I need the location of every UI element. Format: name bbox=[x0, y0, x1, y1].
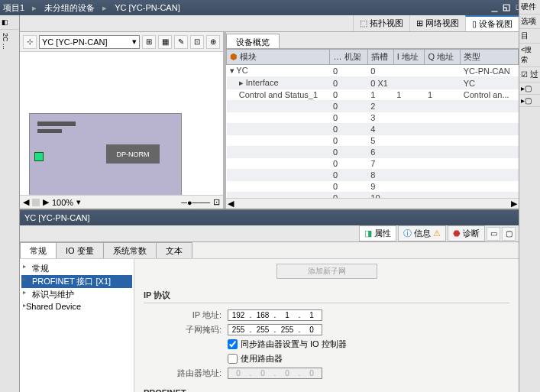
diag-icon: ⬣ bbox=[453, 228, 461, 238]
tab-diagnostics[interactable]: ⬣诊断 bbox=[448, 225, 485, 241]
add-subnet-button[interactable]: 添加新子网 bbox=[276, 264, 377, 279]
breadcrumb-device[interactable]: YC [YC-PN-CAN] bbox=[115, 3, 180, 12]
rail-search[interactable]: <搜索 bbox=[519, 44, 540, 67]
device-overview-grid[interactable]: ⬢ 模块 … 机架 插槽 I 地址 Q 地址 类型 ▾ YC00YC-PN-CA… bbox=[226, 49, 519, 198]
tree-general[interactable]: 常规 bbox=[21, 262, 132, 275]
mask-input[interactable]: 255.255.255.0 bbox=[228, 324, 322, 335]
grid-hscroll[interactable]: ◀▶ bbox=[226, 198, 519, 209]
zoom-slider[interactable]: ─●─── bbox=[181, 198, 210, 207]
tool-icon[interactable]: ▦ bbox=[158, 35, 172, 49]
tab-topology[interactable]: ⬚拓扑视图 bbox=[353, 15, 409, 31]
table-row[interactable]: Control and Status_10111Control an... bbox=[227, 89, 519, 101]
warn-icon: ⚠ bbox=[433, 228, 441, 238]
tree-ident[interactable]: 标识与维护 bbox=[21, 288, 132, 301]
zoom-value[interactable]: 100% bbox=[52, 198, 73, 207]
resize-icon[interactable]: ⊡ bbox=[213, 197, 220, 207]
rail-opt[interactable]: 选项 bbox=[519, 15, 540, 29]
table-row[interactable]: 03 bbox=[227, 112, 519, 124]
rail-label[interactable]: 2C ... bbox=[0, 30, 11, 53]
sync-router-checkbox[interactable] bbox=[228, 339, 238, 349]
tab-device-overview[interactable]: 设备概览 bbox=[226, 34, 280, 48]
tab-general[interactable]: 常规 bbox=[20, 242, 57, 258]
tab-text[interactable]: 文本 bbox=[156, 242, 192, 258]
zoom-in-icon[interactable]: ⊕ bbox=[206, 35, 220, 49]
rail-hw[interactable]: 硬件 bbox=[519, 0, 540, 15]
ip-label: IP 地址: bbox=[144, 309, 228, 321]
device-toolbar: ⊹ YC [YC-PN-CAN]▾ ⊞ ▦ ✎ ⊡ ⊕ bbox=[20, 32, 223, 52]
tool-icon[interactable]: ⊞ bbox=[142, 35, 156, 49]
property-tree[interactable]: 常规 PROFINET 接口 [X1] 标识与维护 Shared Device bbox=[20, 259, 134, 392]
breadcrumb-project[interactable]: 项目1 bbox=[3, 2, 24, 14]
tool-icon[interactable]: ⊡ bbox=[190, 35, 204, 49]
router-addr-label: 路由器地址: bbox=[144, 368, 228, 379]
col-type[interactable]: 类型 bbox=[461, 50, 519, 65]
rail-tree-icon[interactable]: ▸▢ bbox=[519, 95, 540, 107]
tab-network[interactable]: ⊞网络视图 bbox=[409, 15, 465, 31]
use-router-checkbox[interactable] bbox=[228, 354, 238, 364]
chevron-down-icon: ▾ bbox=[132, 37, 137, 47]
tree-shared-device[interactable]: Shared Device bbox=[21, 301, 132, 312]
section-ip: IP 协议 bbox=[144, 290, 509, 303]
chevron-down-icon[interactable]: ▾ bbox=[76, 197, 81, 207]
expand-icon[interactable]: ▢ bbox=[502, 227, 516, 241]
breadcrumb: 项目1 ▸ 未分组的设备 ▸ YC [YC-PN-CAN] bbox=[3, 2, 180, 14]
property-form: 添加新子网 IP 协议 IP 地址: 192.168.1.1 子网掩码: 255… bbox=[134, 259, 519, 392]
topology-icon: ⬚ bbox=[360, 18, 367, 28]
port-icon[interactable] bbox=[34, 152, 44, 161]
rail-cat[interactable]: 目 bbox=[519, 29, 540, 44]
scroll-left-icon[interactable]: ◀ bbox=[23, 197, 29, 207]
tree-profinet-interface[interactable]: PROFINET 接口 [X1] bbox=[21, 275, 132, 288]
tool-icon[interactable]: ⊹ bbox=[23, 35, 37, 49]
col-rack[interactable]: … 机架 bbox=[330, 50, 367, 65]
table-row[interactable]: 04 bbox=[227, 124, 519, 135]
hscroll-thumb[interactable] bbox=[32, 199, 40, 206]
table-row[interactable]: 02 bbox=[227, 101, 519, 112]
scroll-right-icon[interactable]: ▶ bbox=[43, 197, 49, 207]
rail-tree-icon[interactable]: ▸▢ bbox=[519, 83, 540, 95]
table-row[interactable]: 08 bbox=[227, 170, 519, 181]
tab-info[interactable]: ⓘ信息 ⚠ bbox=[398, 225, 446, 241]
rail-icon[interactable]: ◧ bbox=[0, 15, 19, 30]
restore-icon[interactable]: ◱ bbox=[500, 2, 513, 14]
minimize-icon[interactable]: ＿ bbox=[488, 2, 500, 14]
inspector-tabbar: ◨属性 ⓘ信息 ⚠ ⬣诊断 ▭ ▢ bbox=[20, 225, 519, 242]
property-tabs: 常规 IO 变量 系统常数 文本 bbox=[20, 242, 519, 259]
table-row[interactable]: ▸ Interface00 X1YC bbox=[227, 77, 519, 89]
left-rail[interactable]: ◧ 2C ... bbox=[0, 15, 20, 392]
tab-iovar[interactable]: IO 变量 bbox=[56, 242, 104, 258]
col-qaddr[interactable]: Q 地址 bbox=[425, 50, 461, 65]
table-row[interactable]: 07 bbox=[227, 158, 519, 170]
tool-icon[interactable]: ✎ bbox=[174, 35, 188, 49]
device-icon: ▯ bbox=[472, 19, 477, 29]
table-row[interactable]: 05 bbox=[227, 135, 519, 147]
dp-norm-label: DP-NORM bbox=[106, 144, 160, 164]
inspector-title: YC [YC-PN-CAN] bbox=[20, 210, 519, 225]
ip-input[interactable]: 192.168.1.1 bbox=[228, 309, 322, 321]
col-module: ⬢ 模块 bbox=[227, 50, 330, 65]
table-row[interactable]: 010 bbox=[227, 193, 519, 199]
section-profinet: PROFINET bbox=[144, 388, 509, 392]
table-row[interactable]: 09 bbox=[227, 181, 519, 193]
rail-filter[interactable]: ☑ 过 bbox=[519, 67, 540, 83]
collapse-icon[interactable]: ▭ bbox=[487, 227, 500, 241]
module-label-bar bbox=[37, 121, 76, 126]
tab-sysconst[interactable]: 系统常数 bbox=[103, 242, 157, 258]
col-slot[interactable]: 插槽 bbox=[367, 50, 393, 65]
view-tabs: ⬚拓扑视图 ⊞网络视图 ▯设备视图 bbox=[20, 15, 519, 32]
table-row[interactable]: 06 bbox=[227, 147, 519, 158]
breadcrumb-group[interactable]: 未分组的设备 bbox=[44, 2, 95, 14]
right-rail: 硬件 选项 目 <搜索 ☑ 过 ▸▢ ▸▢ bbox=[519, 0, 540, 392]
tab-device[interactable]: ▯设备视图 bbox=[465, 15, 519, 31]
info-icon: ⓘ bbox=[403, 228, 412, 239]
device-canvas[interactable]: DP-NORM bbox=[20, 52, 223, 195]
device-selector[interactable]: YC [YC-PN-CAN]▾ bbox=[39, 35, 140, 49]
zoom-bar: ◀ ▶ 100% ▾ ─●─── ⊡ bbox=[20, 195, 223, 209]
table-row[interactable]: ▾ YC00YC-PN-CAN bbox=[227, 65, 519, 77]
mask-label: 子网掩码: bbox=[144, 324, 228, 335]
col-iaddr[interactable]: I 地址 bbox=[393, 50, 425, 65]
use-router-label: 使用路由器 bbox=[241, 353, 283, 364]
module-icon: ⬢ bbox=[230, 52, 238, 61]
module-graphic[interactable]: DP-NORM bbox=[29, 113, 182, 195]
properties-icon: ◨ bbox=[364, 228, 372, 238]
tab-properties[interactable]: ◨属性 bbox=[359, 225, 396, 241]
